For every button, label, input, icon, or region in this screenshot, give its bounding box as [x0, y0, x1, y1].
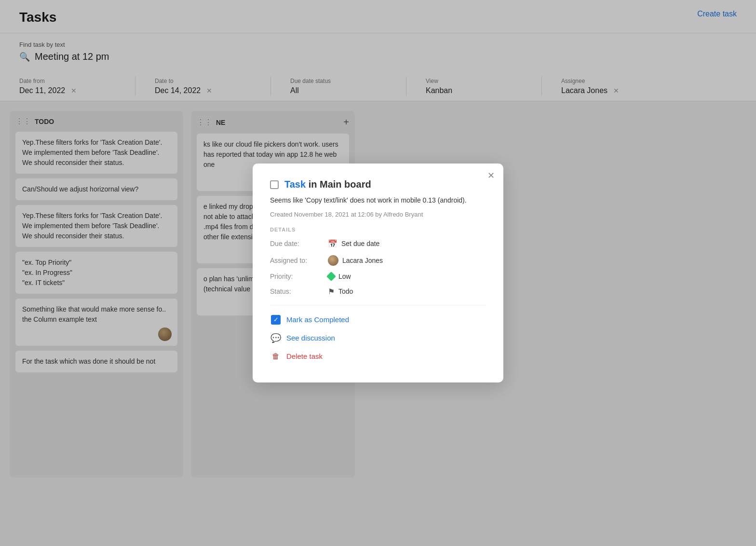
assignee-avatar	[328, 255, 338, 266]
modal-title-row: Task in Main board	[270, 179, 486, 190]
modal-meta: Created November 18, 2021 at 12:06 by Al…	[270, 211, 486, 218]
calendar-icon: 📅	[328, 239, 338, 248]
detail-due-date: Due date: 📅 Set due date	[270, 239, 486, 248]
mark-completed-button[interactable]: ✓ Mark as Completed	[270, 314, 486, 326]
modal-close-button[interactable]: ✕	[487, 171, 495, 180]
trash-icon: 🗑	[270, 351, 282, 362]
detail-assigned: Assigned to: Lacara Jones	[270, 255, 486, 266]
modal-title-task: Task	[284, 179, 306, 190]
task-detail-modal: ✕ Task in Main board Seems like 'Copy te…	[253, 164, 503, 382]
priority-diamond-icon	[326, 272, 336, 281]
modal-details-label: DETAILS	[270, 227, 486, 232]
see-discussion-button[interactable]: 💬 See discussion	[270, 332, 486, 344]
status-flag-icon: ⚑	[328, 287, 335, 296]
bubble-icon: 💬	[270, 332, 282, 344]
task-checkbox[interactable]	[270, 180, 279, 189]
modal-title: Task in Main board	[284, 179, 371, 190]
modal-divider	[270, 305, 486, 305]
modal-description: Seems like 'Copy text/link' does not wor…	[270, 195, 486, 205]
delete-task-button[interactable]: 🗑 Delete task	[270, 351, 486, 362]
modal-title-board: in Main board	[309, 179, 371, 190]
detail-priority: Priority: Low	[270, 273, 486, 280]
modal-overlay[interactable]: ✕ Task in Main board Seems like 'Copy te…	[0, 0, 756, 546]
check-icon: ✓	[270, 314, 282, 326]
detail-status: Status: ⚑ Todo	[270, 287, 486, 296]
